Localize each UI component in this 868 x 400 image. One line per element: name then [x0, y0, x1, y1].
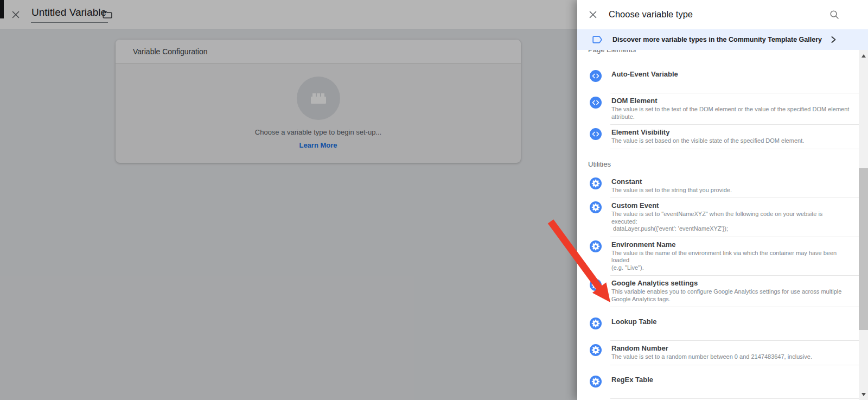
- gear-icon: [590, 279, 602, 291]
- variable-type-title: DOM Element: [611, 97, 849, 105]
- variable-type-item[interactable]: ConstantThe value is set to the string t…: [577, 174, 859, 198]
- variable-type-item[interactable]: Random NumberThe value is set to a rando…: [577, 341, 859, 365]
- choose-variable-type-panel: Choose variable type Discover more varia…: [577, 0, 868, 400]
- variable-type-list: Page ElementsAuto-Event VariableDOM Elem…: [577, 50, 859, 400]
- variable-type-item[interactable]: Custom EventThe value is set to "eventNa…: [577, 198, 859, 237]
- variable-type-title: Auto-Event Variable: [611, 70, 678, 78]
- gtm-variable-editor-screen: Untitled Variable Variable Configuration…: [0, 0, 868, 400]
- variable-type-description: The value is set to "eventNameXYZ" when …: [611, 211, 850, 233]
- variable-type-title: Element Visibility: [611, 128, 804, 136]
- variable-type-description: The value is set based on the visible st…: [611, 137, 804, 145]
- panel-header: Choose variable type: [577, 0, 868, 29]
- variable-type-description: The value is set to the string that you …: [611, 187, 732, 194]
- variable-type-item[interactable]: RegEx Table: [577, 365, 859, 398]
- variable-type-title: Random Number: [611, 344, 812, 352]
- variable-type-description: This variable enables you to configure G…: [611, 288, 841, 303]
- variable-type-title: Custom Event: [611, 201, 850, 209]
- scroll-up-icon[interactable]: [859, 51, 868, 60]
- divider: [610, 149, 859, 149]
- variable-type-description: The value is set to a random number betw…: [611, 353, 812, 361]
- gear-icon: [590, 318, 602, 329]
- variable-type-description: The value is set to the text of the DOM …: [611, 106, 849, 120]
- variable-type-title: RegEx Table: [611, 376, 653, 384]
- gear-icon: [590, 344, 602, 356]
- section-label: Page Elements: [588, 50, 859, 54]
- variable-type-title: Constant: [611, 177, 732, 186]
- search-icon[interactable]: [829, 9, 840, 20]
- chevron-right-icon: [830, 35, 837, 44]
- gear-icon: [590, 201, 602, 213]
- scrollbar[interactable]: [859, 50, 868, 400]
- community-template-gallery-banner[interactable]: Discover more variable types in the Comm…: [577, 29, 868, 50]
- close-icon[interactable]: [589, 10, 597, 19]
- variable-type-item[interactable]: Element VisibilityThe value is set based…: [577, 125, 859, 149]
- scroll-down-icon[interactable]: [859, 390, 868, 399]
- banner-text: Discover more variable types in the Comm…: [612, 36, 822, 43]
- variable-type-title: Lookup Table: [611, 318, 657, 326]
- scrollbar-thumb[interactable]: [859, 168, 868, 330]
- code-icon: [590, 97, 602, 109]
- variable-type-title: Environment Name: [611, 240, 850, 249]
- variable-type-item[interactable]: Environment NameThe value is the name of…: [577, 237, 859, 276]
- variable-type-description: The value is the name of the environment…: [611, 250, 850, 272]
- variable-type-item[interactable]: Google Analytics settingsThis variable e…: [577, 276, 859, 307]
- template-gallery-tag-icon: [592, 35, 603, 44]
- variable-type-item[interactable]: DOM ElementThe value is set to the text …: [577, 93, 859, 124]
- gear-icon: [590, 376, 602, 388]
- panel-title: Choose variable type: [609, 9, 693, 20]
- code-icon: [590, 128, 602, 140]
- variable-type-item[interactable]: Auto-Event Variable: [577, 60, 859, 93]
- gear-icon: [590, 177, 602, 189]
- code-icon: [590, 70, 602, 82]
- variable-type-title: Google Analytics settings: [611, 279, 841, 287]
- gear-icon: [590, 240, 602, 252]
- variable-type-item[interactable]: Lookup Table: [577, 307, 859, 340]
- section-label: Utilities: [588, 160, 859, 169]
